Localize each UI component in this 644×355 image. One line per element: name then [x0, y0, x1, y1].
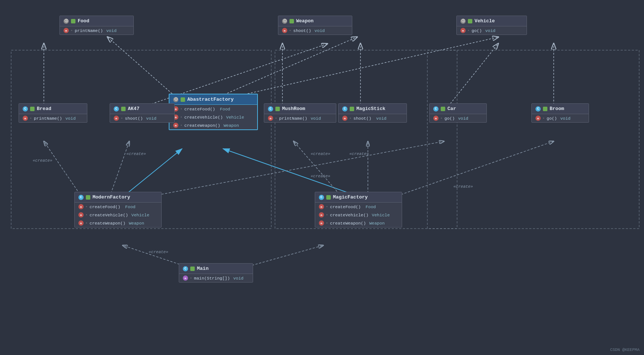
ak47-method-1: m ◦ shoot() void — [110, 114, 174, 122]
method-icon: m — [268, 116, 273, 121]
food-title: Food — [78, 18, 89, 24]
class-icon: C — [183, 266, 188, 271]
bread-header: C Bread — [19, 104, 87, 114]
method-icon: m — [319, 212, 324, 217]
method-icon: m — [282, 28, 287, 33]
link-icon — [121, 107, 126, 111]
class-ak47: C AK47 m ◦ shoot() void — [110, 103, 175, 123]
class-icon: C — [78, 195, 84, 200]
create-label-2: «create» — [126, 152, 146, 156]
method-icon: m — [23, 116, 28, 121]
create-label-5: «create» — [311, 174, 330, 178]
method-icon: m — [535, 116, 541, 121]
weapon-method-1: m ◦ shoot() void — [278, 26, 352, 35]
svg-line-10 — [108, 37, 175, 96]
svg-line-14 — [223, 149, 360, 197]
main-title: Main — [197, 266, 208, 271]
class-icon: C — [433, 106, 438, 112]
mushroom-title: MushRoom — [282, 106, 305, 112]
vehicle-title: Vehicle — [475, 18, 495, 24]
create-label-6: «create» — [149, 250, 168, 254]
food-method-1: m ◦ printName() void — [60, 26, 133, 35]
link-icon — [326, 195, 331, 200]
broom-title: Broom — [550, 106, 564, 112]
method-icon: m — [433, 116, 438, 121]
create-label-7: «create» — [453, 184, 473, 189]
create-label-1: «create» — [33, 158, 52, 163]
main-method-1: m ◦ main(String[]) void — [179, 274, 253, 282]
create-label-4: «create» — [349, 152, 369, 156]
svg-rect-25 — [427, 50, 639, 229]
magicstick-method-1: m ◦ shoot() void — [339, 114, 407, 122]
class-car: C Car m ◦ go() void — [429, 103, 487, 123]
class-main: C Main m ◦ main(String[]) void — [179, 263, 253, 283]
modern-factory-title: ModernFactory — [93, 194, 130, 200]
method-icon: m — [173, 123, 178, 128]
interface-icon: Ⓘ — [173, 97, 178, 102]
vehicle-method-1: m ◦ go() void — [457, 26, 527, 35]
method-icon: m — [319, 220, 324, 226]
link-icon — [190, 267, 195, 271]
svg-line-18 — [294, 141, 342, 197]
link-icon — [275, 107, 280, 111]
class-icon: C — [268, 106, 273, 112]
method-icon: m — [78, 204, 84, 209]
svg-line-20 — [394, 141, 554, 197]
broom-method-1: m ◦ go() void — [532, 114, 589, 122]
link-icon — [468, 19, 472, 23]
method-icon: m — [78, 220, 84, 226]
interface-icon: Ⓘ — [282, 19, 287, 24]
ak47-header: C AK47 — [110, 104, 174, 114]
class-bread: C Bread m ◦ printName() void — [19, 103, 87, 123]
class-modern-factory: C ModernFactory m ◦ createFood() Food m … — [74, 192, 162, 227]
car-header: C Car — [430, 104, 486, 114]
class-icon: C — [535, 106, 541, 112]
svg-line-8 — [444, 44, 498, 112]
link-icon — [543, 107, 547, 111]
svg-line-17 — [147, 141, 444, 197]
abstract-factory-title: AbastractFactory — [187, 97, 234, 102]
abstract-factory-method-1: m ◦ createFood() Food — [169, 105, 257, 113]
method-icon: m — [342, 116, 347, 121]
bread-method-1: m ◦ printName() void — [19, 114, 87, 122]
magic-factory-method-1: m ◦ createFood() Food — [315, 203, 402, 211]
abstract-factory-header: Ⓘ AbastractFactory — [169, 94, 257, 105]
class-mushroom: C MushRoom m ◦ printName() void — [264, 103, 336, 123]
svg-line-16 — [110, 141, 129, 197]
magic-factory-header: C MagicFactory — [315, 192, 402, 203]
magic-factory-method-3: m ◦ createWeapon() Weapon — [315, 219, 402, 227]
method-icon: m — [64, 28, 69, 33]
car-title: Car — [447, 106, 456, 112]
mushroom-method-1: m ◦ printName() void — [264, 114, 336, 122]
class-icon: C — [23, 106, 28, 112]
link-icon — [441, 107, 445, 111]
link-icon — [350, 107, 354, 111]
link-icon — [289, 19, 294, 23]
vehicle-header: Ⓘ Vehicle — [457, 16, 527, 26]
create-label-3: «create» — [311, 152, 330, 156]
class-weapon: Ⓘ Weapon m ◦ shoot() void — [278, 16, 352, 35]
main-header: C Main — [179, 264, 253, 274]
link-icon — [181, 97, 185, 102]
magicstick-title: MagicStick — [356, 106, 385, 112]
class-magic-factory: C MagicFactory m ◦ createFood() Food m ◦… — [315, 192, 402, 227]
weapon-title: Weapon — [296, 18, 314, 24]
weapon-header: Ⓘ Weapon — [278, 16, 352, 26]
abstract-factory-method-3: m ◦ createWeapon() Weapon — [169, 121, 257, 129]
abstract-factory-method-2: m ◦ createVehicle() Vehicle — [169, 113, 257, 121]
class-magicstick: C MagicStick m ◦ shoot() void — [338, 103, 407, 123]
magic-factory-title: MagicFactory — [333, 194, 368, 200]
class-abstract-factory: Ⓘ AbastractFactory m ◦ createFood() Food… — [169, 94, 258, 130]
magicstick-header: C MagicStick — [339, 104, 407, 114]
modern-factory-header: C ModernFactory — [75, 192, 161, 203]
method-icon: m — [460, 28, 466, 33]
class-broom: C Broom m ◦ go() void — [531, 103, 589, 123]
interface-icon: Ⓘ — [460, 19, 466, 24]
modern-factory-method-1: m ◦ createFood() Food — [75, 203, 161, 211]
link-icon — [86, 195, 90, 200]
method-icon: m — [114, 116, 119, 121]
broom-header: C Broom — [532, 104, 589, 114]
class-icon: C — [319, 195, 324, 200]
svg-line-11 — [221, 37, 357, 96]
svg-line-12 — [238, 37, 498, 96]
